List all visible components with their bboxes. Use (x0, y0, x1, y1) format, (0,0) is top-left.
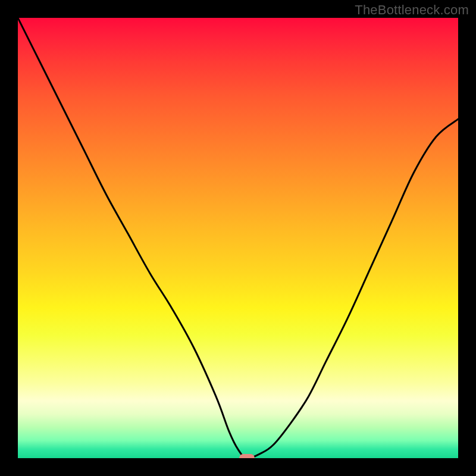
chart-frame: TheBottleneck.com (0, 0, 476, 476)
bottleneck-curve (18, 18, 458, 458)
curve-path (18, 18, 458, 458)
optimum-marker (239, 454, 255, 458)
watermark-text: TheBottleneck.com (355, 2, 469, 18)
plot-area (18, 18, 458, 458)
